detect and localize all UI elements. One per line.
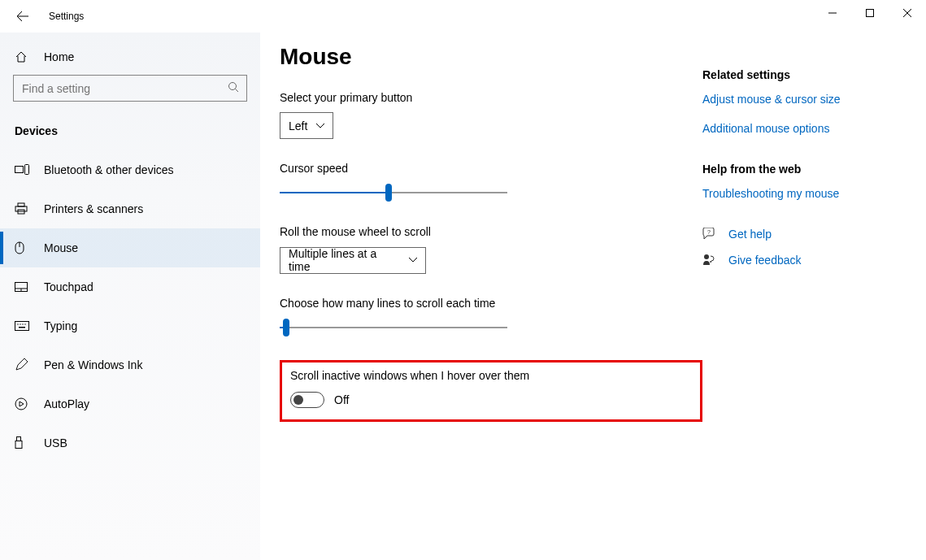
sidebar-item-usb[interactable]: USB bbox=[0, 423, 260, 462]
sidebar-item-touchpad[interactable]: Touchpad bbox=[0, 267, 260, 306]
svg-text:?: ? bbox=[707, 229, 711, 235]
usb-icon bbox=[15, 436, 29, 449]
home-link[interactable]: Home bbox=[0, 44, 260, 75]
close-button[interactable] bbox=[889, 0, 926, 26]
sidebar-item-label: Printers & scanners bbox=[44, 202, 143, 215]
chevron-down-icon bbox=[409, 258, 417, 263]
autoplay-icon bbox=[15, 397, 29, 410]
svg-point-17 bbox=[22, 323, 23, 324]
sidebar-item-label: Mouse bbox=[44, 241, 78, 254]
lines-scroll-label: Choose how many lines to scroll each tim… bbox=[280, 297, 702, 310]
sidebar-item-label: Pen & Windows Ink bbox=[44, 358, 142, 371]
sidebar-item-typing[interactable]: Typing bbox=[0, 306, 260, 345]
svg-point-18 bbox=[24, 323, 25, 324]
pen-icon bbox=[15, 358, 29, 371]
chevron-down-icon bbox=[316, 124, 324, 128]
keyboard-icon bbox=[15, 321, 29, 331]
maximize-button[interactable] bbox=[851, 0, 889, 26]
feedback-icon bbox=[702, 254, 717, 267]
dropdown-value: Left bbox=[289, 119, 307, 132]
primary-button-label: Select your primary button bbox=[280, 91, 702, 104]
cursor-speed-slider[interactable] bbox=[280, 183, 507, 202]
toggle-state: Off bbox=[334, 393, 349, 406]
aside-panel: Related settings Adjust mouse & cursor s… bbox=[702, 44, 914, 560]
highlighted-region: Scroll inactive windows when I hover ove… bbox=[280, 360, 702, 422]
inactive-scroll-toggle[interactable] bbox=[290, 392, 324, 408]
sidebar: Home Devices Bluetooth & other devices P… bbox=[0, 33, 260, 560]
svg-point-15 bbox=[17, 323, 18, 324]
page-title: Mouse bbox=[280, 44, 702, 70]
svg-rect-1 bbox=[867, 10, 874, 17]
sidebar-item-label: Touchpad bbox=[44, 280, 93, 293]
svg-rect-4 bbox=[15, 167, 24, 173]
dropdown-value: Multiple lines at a time bbox=[289, 247, 401, 273]
sidebar-item-autoplay[interactable]: AutoPlay bbox=[0, 384, 260, 423]
content-panel: Mouse Select your primary button Left Cu… bbox=[280, 44, 702, 560]
wheel-scroll-label: Roll the mouse wheel to scroll bbox=[280, 225, 702, 238]
help-web-heading: Help from the web bbox=[702, 163, 914, 176]
back-button[interactable] bbox=[15, 8, 31, 24]
svg-rect-19 bbox=[19, 327, 25, 328]
cursor-speed-label: Cursor speed bbox=[280, 162, 702, 175]
troubleshoot-link[interactable]: Troubleshooting my mouse bbox=[702, 187, 914, 200]
printer-icon bbox=[15, 202, 29, 215]
home-icon bbox=[15, 50, 29, 63]
sidebar-item-label: AutoPlay bbox=[44, 397, 89, 410]
svg-rect-7 bbox=[15, 206, 27, 211]
sidebar-item-pen[interactable]: Pen & Windows Ink bbox=[0, 345, 260, 384]
svg-rect-22 bbox=[15, 441, 22, 449]
get-help-link[interactable]: ? Get help bbox=[702, 228, 914, 241]
category-heading: Devices bbox=[0, 115, 260, 150]
svg-point-20 bbox=[15, 398, 27, 410]
feedback-link[interactable]: Give feedback bbox=[702, 254, 914, 267]
help-icon: ? bbox=[702, 228, 717, 241]
svg-rect-14 bbox=[15, 322, 29, 331]
search-input[interactable] bbox=[13, 75, 247, 102]
touchpad-icon bbox=[15, 282, 29, 292]
mouse-icon bbox=[15, 241, 29, 254]
svg-point-16 bbox=[20, 323, 20, 324]
sidebar-item-label: Bluetooth & other devices bbox=[44, 163, 174, 176]
window-controls bbox=[814, 0, 926, 26]
sidebar-item-bluetooth[interactable]: Bluetooth & other devices bbox=[0, 150, 260, 189]
sidebar-item-label: Typing bbox=[44, 319, 77, 332]
wheel-scroll-dropdown[interactable]: Multiple lines at a time bbox=[280, 247, 426, 274]
search-icon bbox=[228, 81, 239, 93]
adjust-cursor-link[interactable]: Adjust mouse & cursor size bbox=[702, 93, 914, 106]
related-settings-heading: Related settings bbox=[702, 68, 914, 81]
feedback-label: Give feedback bbox=[728, 254, 802, 267]
svg-point-2 bbox=[229, 83, 237, 90]
sidebar-item-label: USB bbox=[44, 436, 67, 449]
svg-rect-5 bbox=[25, 165, 29, 175]
lines-scroll-slider[interactable] bbox=[280, 318, 507, 337]
svg-point-24 bbox=[704, 254, 709, 259]
home-label: Home bbox=[44, 50, 74, 63]
inactive-scroll-label: Scroll inactive windows when I hover ove… bbox=[290, 369, 692, 382]
svg-line-3 bbox=[236, 89, 239, 93]
primary-button-dropdown[interactable]: Left bbox=[280, 112, 333, 139]
devices-icon bbox=[15, 164, 29, 176]
window-title: Settings bbox=[49, 11, 84, 22]
sidebar-item-mouse[interactable]: Mouse bbox=[0, 228, 260, 267]
svg-rect-6 bbox=[18, 203, 24, 206]
svg-rect-21 bbox=[17, 437, 21, 441]
minimize-button[interactable] bbox=[814, 0, 851, 26]
get-help-label: Get help bbox=[728, 228, 772, 241]
additional-mouse-link[interactable]: Additional mouse options bbox=[702, 122, 914, 135]
title-bar: Settings bbox=[0, 0, 926, 33]
sidebar-item-printers[interactable]: Printers & scanners bbox=[0, 189, 260, 228]
